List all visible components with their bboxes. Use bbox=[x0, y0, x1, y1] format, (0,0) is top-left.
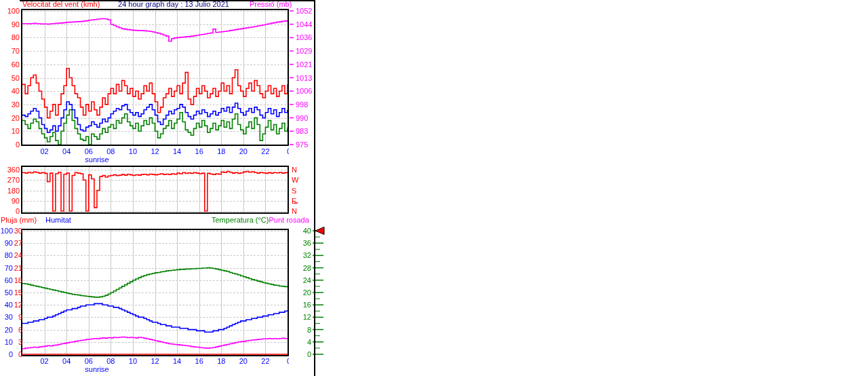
humidity-left-tick: 50 bbox=[0, 288, 13, 297]
wind-left-tick: 10 bbox=[1, 127, 20, 135]
hour-tick-label: 18 bbox=[213, 147, 229, 155]
sunrise-label: sunrise bbox=[77, 365, 117, 373]
direction-left-tick: 270 bbox=[1, 176, 20, 184]
temp-right-tick: 40 bbox=[299, 227, 311, 235]
direction-left-tick: 360 bbox=[1, 166, 20, 174]
pressure-right-tick: 1052 bbox=[296, 7, 312, 15]
pressure-right-tick: 1006 bbox=[296, 87, 312, 95]
hour-tick-label: 22 bbox=[257, 147, 273, 155]
temp-right-tick: 4 bbox=[299, 338, 311, 346]
temp-right-tick: 8 bbox=[299, 326, 311, 334]
hour-tick-label: 08 bbox=[102, 357, 119, 365]
humidity-left-tick: 20 bbox=[0, 326, 13, 334]
pressure-right-tick: 983 bbox=[296, 127, 308, 135]
humidity-left-tick: 90 bbox=[0, 239, 13, 247]
pressure-right-tick: 1029 bbox=[296, 47, 312, 55]
hour-tick-label: 06 bbox=[81, 147, 97, 155]
temp-right-tick: 16 bbox=[299, 301, 311, 309]
wind-left-tick: 50 bbox=[1, 74, 20, 82]
temp-right-tick: 12 bbox=[299, 313, 311, 321]
temp-right-tick: 20 bbox=[299, 288, 311, 297]
clipped-hour-label: 0 bbox=[287, 147, 289, 155]
pressure-right-tick: 975 bbox=[296, 140, 308, 149]
humidity-left-tick: 30 bbox=[0, 313, 13, 321]
chart-canvas bbox=[0, 0, 868, 376]
wind-left-tick: 60 bbox=[1, 60, 20, 69]
dewpoint-series-label: Punt rosada bbox=[269, 216, 309, 224]
wind-left-tick: 100 bbox=[1, 7, 20, 15]
hour-tick-label: 16 bbox=[191, 147, 208, 155]
compass-label: N bbox=[292, 166, 297, 174]
hour-tick-label: 04 bbox=[58, 357, 75, 365]
rain-left-tick: 12 bbox=[14, 301, 22, 309]
compass-label: W bbox=[292, 176, 298, 184]
pressure-right-tick: 998 bbox=[296, 100, 308, 109]
humidity-left-tick: 0 bbox=[0, 350, 13, 358]
rain-left-tick: 18 bbox=[14, 276, 22, 284]
humidity-left-tick: 80 bbox=[0, 251, 13, 259]
wind-left-tick: 0 bbox=[1, 140, 20, 149]
hour-tick-label: 18 bbox=[213, 357, 229, 365]
hour-tick-label: 02 bbox=[37, 357, 53, 365]
humidity-left-tick: 60 bbox=[0, 276, 13, 284]
hour-tick-label: 06 bbox=[81, 357, 97, 365]
rain-left-tick: 9 bbox=[14, 313, 22, 321]
temp-dew-label-row: Temperatura (°C) Punt rosada bbox=[212, 216, 309, 224]
temperature-axis-label: Temperatura (°C) bbox=[212, 216, 269, 224]
humidity-left-tick: 70 bbox=[0, 264, 13, 272]
wind-axis-label: Velocitat del vent (kmh) bbox=[22, 0, 100, 8]
weather-24h-graph-window: Velocitat del vent (kmh) 24 hour graph d… bbox=[0, 0, 868, 376]
hour-tick-label: 02 bbox=[37, 147, 53, 155]
temp-right-tick: 32 bbox=[299, 251, 311, 259]
humidity-axis-label: Humitat bbox=[45, 216, 71, 224]
hour-tick-label: 12 bbox=[147, 357, 163, 365]
pressure-right-tick: 1021 bbox=[296, 60, 312, 69]
wind-left-tick: 90 bbox=[1, 20, 20, 29]
wind-left-tick: 30 bbox=[1, 100, 20, 109]
pressure-right-tick: 990 bbox=[296, 114, 308, 122]
direction-left-tick: 0 bbox=[1, 207, 20, 215]
hour-tick-label: 20 bbox=[235, 357, 252, 365]
compass-label: N bbox=[292, 207, 297, 215]
chart-title: 24 hour graph day : 13 Julio 2021 bbox=[115, 0, 232, 8]
rain-left-tick: 21 bbox=[14, 264, 22, 272]
rain-left-tick: 30 bbox=[14, 227, 22, 235]
wind-left-tick: 20 bbox=[1, 114, 20, 122]
rain-left-tick: 6 bbox=[14, 326, 22, 334]
compass-label: S bbox=[292, 187, 296, 195]
rain-left-tick: 15 bbox=[14, 288, 22, 297]
pressure-right-tick: 1013 bbox=[296, 74, 312, 82]
rain-left-tick: 3 bbox=[14, 338, 22, 346]
pressure-axis-label: Pressió (mb) bbox=[250, 0, 290, 8]
hour-tick-label: 08 bbox=[102, 147, 119, 155]
wind-left-tick: 70 bbox=[1, 47, 20, 55]
hour-tick-label: 10 bbox=[125, 147, 141, 155]
temp-right-tick: 24 bbox=[299, 276, 311, 284]
humidity-left-tick: 40 bbox=[0, 301, 13, 309]
hour-tick-label: 04 bbox=[58, 147, 75, 155]
sunrise-label: sunrise bbox=[77, 155, 117, 164]
wind-left-tick: 40 bbox=[1, 87, 20, 95]
temp-right-tick: 0 bbox=[299, 350, 311, 358]
hour-tick-label: 12 bbox=[147, 147, 163, 155]
rain-left-tick: 0 bbox=[14, 350, 22, 358]
hour-tick-label: 20 bbox=[235, 147, 252, 155]
pressure-right-tick: 1044 bbox=[296, 20, 312, 29]
hour-tick-label: 14 bbox=[169, 357, 185, 365]
temp-right-tick: 36 bbox=[299, 239, 311, 247]
hour-tick-label: 22 bbox=[257, 357, 273, 365]
wind-left-tick: 80 bbox=[1, 33, 20, 41]
compass-label: E bbox=[292, 197, 296, 205]
clipped-hour-label: 0 bbox=[287, 357, 289, 365]
hour-tick-label: 14 bbox=[169, 147, 185, 155]
hour-tick-label: 16 bbox=[191, 357, 208, 365]
direction-left-tick: 180 bbox=[1, 187, 20, 195]
hour-tick-label: 10 bbox=[125, 357, 141, 365]
rain-left-tick: 24 bbox=[14, 251, 22, 259]
humidity-left-tick: 10 bbox=[0, 338, 13, 346]
temp-right-tick: 28 bbox=[299, 264, 311, 272]
rain-axis-label: Pluja (mm) bbox=[1, 216, 37, 224]
direction-left-tick: 90 bbox=[1, 197, 20, 205]
pressure-right-tick: 1036 bbox=[296, 33, 312, 41]
humidity-left-tick: 100 bbox=[0, 227, 13, 235]
